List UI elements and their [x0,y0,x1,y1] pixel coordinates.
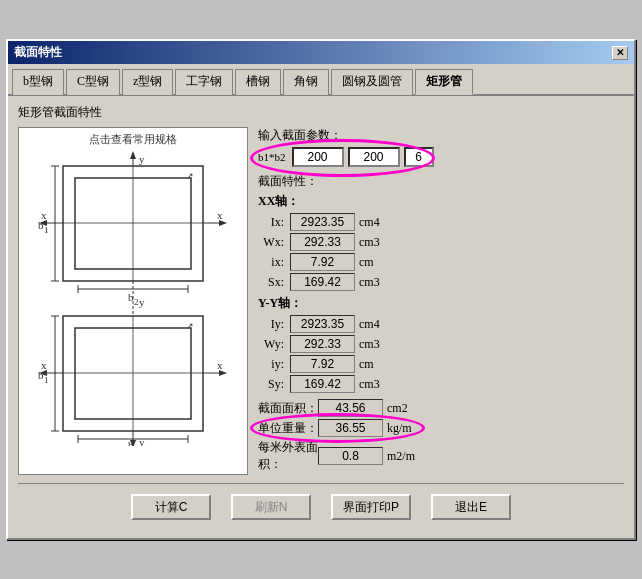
iy-small-row: iy: cm [258,355,624,373]
svg-text:1: 1 [44,225,49,235]
ix-label: Ix: [258,215,290,230]
refresh-button[interactable]: 刷新N [231,494,311,520]
surface-label: 每米外表面积： [258,439,318,473]
diagram-area[interactable]: 点击查看常用规格 y [18,127,248,475]
sx-unit: cm3 [359,275,380,290]
surface-value [318,447,383,465]
tab-b-steel[interactable]: b型钢 [12,69,64,95]
sx-label: Sx: [258,275,290,290]
yy-axis-label: Y-Y轴： [258,295,624,312]
xx-axis-label: XX轴： [258,193,624,210]
wx-label: Wx: [258,235,290,250]
tab-bar: b型钢 C型钢 z型钢 工字钢 槽钢 角钢 圆钢及圆管 矩形管 [8,64,634,96]
wx-unit: cm3 [359,235,380,250]
svg-text:y: y [139,296,145,308]
section-diagram: y x x b 1 [33,151,233,446]
svg-text:x: x [217,209,223,221]
ix-value [290,213,355,231]
ix-small-row: ix: cm [258,253,624,271]
weight-label: 单位重量： [258,420,318,437]
wy-label: Wy: [258,337,290,352]
area-row: 截面面积： cm2 [258,399,624,417]
param-field-label: b1*b2 [258,151,286,163]
title-bar: 截面特性 ✕ [8,41,634,64]
window-title: 截面特性 [14,44,62,61]
svg-text:2: 2 [134,445,139,446]
svg-text:1: 1 [44,375,49,385]
weight-row: 单位重量： kg/m [258,419,624,437]
iy-value [290,315,355,333]
close-button[interactable]: ✕ [612,46,628,60]
wy-value [290,335,355,353]
ix-small-unit: cm [359,255,374,270]
iy-row: Iy: cm4 [258,315,624,333]
param-section-label: 输入截面参数： [258,127,624,144]
svg-text:↗: ↗ [186,171,194,181]
weight-value [318,419,383,437]
diagram-hint[interactable]: 点击查看常用规格 [23,132,243,147]
tab-angle-steel[interactable]: 角钢 [283,69,329,95]
svg-marker-9 [130,151,136,159]
sy-label: Sy: [258,377,290,392]
tab-round-steel[interactable]: 圆钢及圆管 [331,69,413,95]
tab-channel-steel[interactable]: 槽钢 [235,69,281,95]
ix-small-value [290,253,355,271]
tab-i-steel[interactable]: 工字钢 [175,69,233,95]
section-title: 矩形管截面特性 [18,104,624,121]
iy-small-value [290,355,355,373]
svg-text:x: x [217,359,223,371]
svg-text:y: y [139,436,145,446]
right-panel: 输入截面参数： b1*b2 截面特性： XX轴： Ix: [258,127,624,475]
area-label: 截面面积： [258,400,318,417]
iy-label: Iy: [258,317,290,332]
exit-button[interactable]: 退出E [431,494,511,520]
weight-unit: kg/m [387,421,412,436]
svg-text:2: 2 [134,297,139,307]
iy-small-unit: cm [359,357,374,372]
sx-value [290,273,355,291]
tab-z-steel[interactable]: z型钢 [122,69,173,95]
surface-unit: m2/m [387,449,415,464]
ix-unit: cm4 [359,215,380,230]
param-input-1[interactable] [292,147,344,167]
tab-c-steel[interactable]: C型钢 [66,69,120,95]
param-input-3[interactable] [404,147,434,167]
surface-row: 每米外表面积： m2/m [258,439,624,473]
calc-button[interactable]: 计算C [131,494,211,520]
sx-row: Sx: cm3 [258,273,624,291]
main-window: 截面特性 ✕ b型钢 C型钢 z型钢 工字钢 槽钢 角钢 圆钢及圆管 矩形管 矩… [6,39,636,540]
properties-section-label: 截面特性： [258,173,624,190]
sy-row: Sy: cm3 [258,375,624,393]
iy-unit: cm4 [359,317,380,332]
area-value [318,399,383,417]
svg-text:↗: ↗ [186,321,194,331]
wx-row: Wx: cm3 [258,233,624,251]
wx-value [290,233,355,251]
print-button[interactable]: 界面打印P [331,494,411,520]
tab-rect-tube[interactable]: 矩形管 [415,69,473,95]
sy-value [290,375,355,393]
sy-unit: cm3 [359,377,380,392]
svg-text:y: y [139,153,145,165]
wy-unit: cm3 [359,337,380,352]
iy-small-label: iy: [258,357,290,372]
button-bar: 计算C 刷新N 界面打印P 退出E [18,483,624,530]
wy-row: Wy: cm3 [258,335,624,353]
ix-row: Ix: cm4 [258,213,624,231]
area-unit: cm2 [387,401,408,416]
ix-small-label: ix: [258,255,290,270]
param-input-2[interactable] [348,147,400,167]
